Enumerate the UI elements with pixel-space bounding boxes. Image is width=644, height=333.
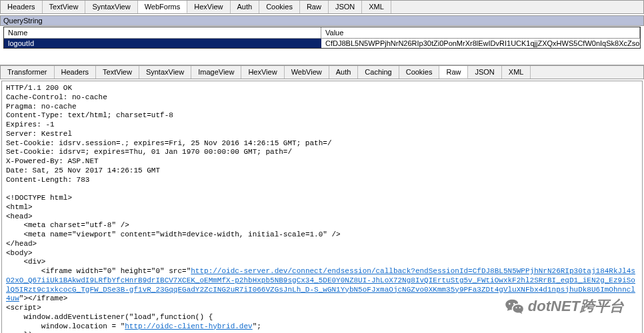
tab-syntaxview[interactable]: SyntaxView [139,66,191,79]
tab-headers[interactable]: Headers [1,1,43,13]
tab-raw[interactable]: Raw [300,1,329,13]
col-name[interactable]: Name [4,27,321,39]
tab-webforms[interactable]: WebForms [138,1,188,13]
cell-value: CfDJ8BL5N5WPPjhNrN26RIp30tZi0PonMrXr8lEw… [321,39,640,48]
tab-transformer[interactable]: Transformer [1,66,55,79]
watermark: dotNET跨平台 [505,296,624,316]
tab-json[interactable]: JSON [468,66,501,79]
table-row[interactable]: logoutId CfDJ8BL5N5WPPjhNrN26RIp30tZi0Po… [4,39,640,48]
request-tabs: HeadersTextViewSyntaxViewWebFormsHexView… [0,0,644,14]
raw-response[interactable]: HTTP/1.1 200 OK Cache-Control: no-cache … [1,81,643,333]
tab-xml[interactable]: XML [362,1,391,13]
tab-caching[interactable]: Caching [358,66,399,79]
cell-name: logoutId [4,39,321,48]
tab-headers[interactable]: Headers [55,66,97,79]
tab-imageview[interactable]: ImageView [191,66,241,79]
col-value[interactable]: Value [321,27,640,39]
tab-raw[interactable]: Raw [439,66,468,79]
tab-webview[interactable]: WebView [285,66,329,79]
tab-hexview[interactable]: HexView [241,66,284,79]
querystring-grid: Name Value logoutId CfDJ8BL5N5WPPjhNrN26… [3,27,641,49]
tab-syntaxview[interactable]: SyntaxView [85,1,137,13]
wechat-icon [505,298,524,314]
tab-textview[interactable]: TextView [43,1,86,13]
response-tabs: TransformerHeadersTextViewSyntaxViewImag… [0,65,644,79]
watermark-text: dotNET跨平台 [528,296,624,316]
tab-textview[interactable]: TextView [96,66,139,79]
tab-auth[interactable]: Auth [329,66,359,79]
querystring-label: QueryString [0,15,644,26]
tab-xml[interactable]: XML [502,66,531,79]
tab-auth[interactable]: Auth [231,1,260,13]
tab-cookies[interactable]: Cookies [399,66,440,79]
tab-cookies[interactable]: Cookies [259,1,300,13]
redirect-link[interactable]: http://oidc-client-hybrid.dev [125,322,252,330]
tab-hexview[interactable]: HexView [187,1,230,13]
tab-json[interactable]: JSON [329,1,362,13]
